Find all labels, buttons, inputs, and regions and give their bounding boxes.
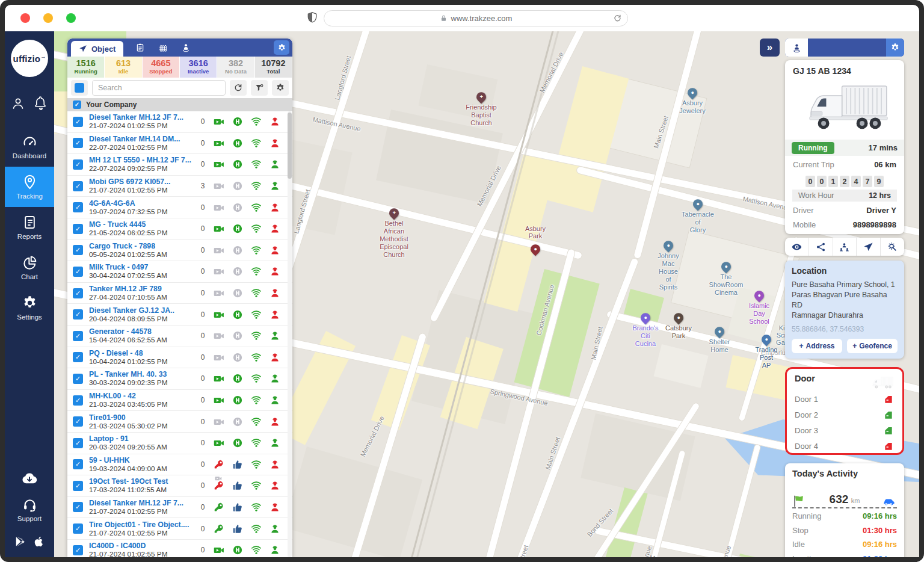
scrollbar-thumb[interactable] bbox=[288, 113, 292, 179]
vehicle-name-link[interactable]: Mobi GPS 6972 KI057... bbox=[89, 178, 196, 186]
status-count[interactable]: 4665 Stopped bbox=[143, 57, 180, 78]
vehicle-name-link[interactable]: 19Oct Test- 19Oct Test bbox=[89, 477, 196, 486]
tab-trips-clipboard-icon[interactable] bbox=[135, 43, 145, 52]
vehicle-row[interactable]: IC400D - IC400D 21-07-2024 01:02:55 PM 0 bbox=[67, 540, 292, 557]
tab-vehicle-detail[interactable] bbox=[785, 39, 808, 57]
vehicle-name-link[interactable]: Milk Truck - 0497 bbox=[89, 263, 196, 271]
vehicle-row[interactable]: Mobi GPS 6972 KI057... 21-07-2024 01:02:… bbox=[67, 176, 292, 197]
address-bar[interactable]: www.trakzee.com bbox=[324, 10, 628, 26]
list-settings-button[interactable] bbox=[272, 80, 289, 96]
vehicle-row[interactable]: PQ - Diesel - 48 10-04-2024 01:02:55 PM … bbox=[67, 347, 292, 369]
vehicle-name-link[interactable]: Diesel Tanker MH.12 JF 7... bbox=[89, 113, 196, 122]
tab-geofence-fence-icon[interactable] bbox=[158, 43, 168, 52]
minimize-window-button[interactable] bbox=[43, 13, 53, 23]
vehicle-name-link[interactable]: Tire01-900 bbox=[89, 413, 196, 422]
vehicle-name-link[interactable]: PL - Tanker MH. 40. 33 bbox=[89, 370, 196, 378]
status-count[interactable]: 3616 Inactive bbox=[180, 57, 217, 78]
vehicle-name-link[interactable]: Diesel Tanker GJ.12 JA.. bbox=[89, 306, 196, 315]
vehicle-checkbox[interactable] bbox=[73, 224, 83, 234]
share-button[interactable] bbox=[809, 238, 833, 256]
status-count[interactable]: 1516 Running bbox=[67, 57, 105, 78]
vehicle-checkbox[interactable] bbox=[73, 331, 83, 341]
vehicle-checkbox[interactable] bbox=[73, 438, 83, 448]
driver-assign-button[interactable] bbox=[833, 238, 857, 256]
apple-icon[interactable] bbox=[33, 536, 45, 548]
profile-icon[interactable] bbox=[11, 96, 25, 111]
vehicle-checkbox[interactable] bbox=[73, 374, 83, 384]
vehicle-name-link[interactable]: 4G-6A-4G-6A bbox=[89, 199, 196, 208]
close-window-button[interactable] bbox=[20, 13, 30, 23]
vehicle-name-link[interactable]: Diesel Tanker MH.14 DM... bbox=[89, 135, 196, 143]
vehicle-checkbox[interactable] bbox=[73, 395, 83, 406]
panel-settings-button[interactable] bbox=[274, 40, 289, 55]
maximize-window-button[interactable] bbox=[66, 13, 76, 23]
vehicle-row[interactable]: 19Oct Test- 19Oct Test 17-03-2024 11:02:… bbox=[67, 475, 292, 497]
vehicle-row[interactable]: 4G-6A-4G-6A 19-07-2024 07:32:55 PM 0 bbox=[67, 197, 292, 218]
vehicle-row[interactable]: MG - Truck 4445 21-05-2024 06:02:55 PM 0 bbox=[67, 218, 292, 240]
cloud-download-icon[interactable] bbox=[19, 470, 40, 487]
vehicle-row[interactable]: Diesel Tanker MH.14 DM... 22-07-2024 01:… bbox=[67, 133, 292, 155]
vehicle-checkbox[interactable] bbox=[73, 459, 83, 469]
vehicle-name-link[interactable]: Generator - 44578 bbox=[89, 327, 196, 336]
vehicle-checkbox[interactable] bbox=[73, 352, 83, 362]
vehicle-checkbox[interactable] bbox=[73, 309, 83, 320]
sidebar-item-chart[interactable]: Chart bbox=[5, 247, 54, 288]
vehicle-row[interactable]: Tire01-900 21-03-2024 05:30:02 PM 0 bbox=[67, 411, 292, 433]
company-group-header[interactable]: Your Company bbox=[67, 98, 292, 111]
sidebar-item-tracking[interactable]: Tracking bbox=[5, 167, 54, 207]
vehicle-checkbox[interactable] bbox=[73, 502, 83, 512]
vehicle-name-link[interactable]: Laptop - 91 bbox=[89, 434, 196, 443]
add-address-button[interactable]: +Address bbox=[792, 339, 842, 353]
detail-settings-button[interactable] bbox=[886, 39, 904, 57]
vehicle-row[interactable]: MH-KL00 - 42 21-03-2024 03:45:05 PM 0 bbox=[67, 390, 292, 412]
vehicle-checkbox[interactable] bbox=[73, 545, 83, 555]
tab-object[interactable]: Object bbox=[71, 41, 123, 57]
collapse-panel-button[interactable]: » bbox=[760, 39, 780, 57]
navigate-button[interactable] bbox=[857, 238, 881, 256]
vehicle-name-link[interactable]: Cargo Truck - 7898 bbox=[89, 242, 196, 250]
vehicle-checkbox[interactable] bbox=[73, 267, 83, 277]
vehicle-row[interactable]: MH 12 LT 5550 - MH.12 JF 7... 22-07-2024… bbox=[67, 154, 292, 176]
tab-driver-map-icon[interactable] bbox=[181, 43, 191, 52]
sidebar-item-dashboard[interactable]: Dashboard bbox=[5, 126, 54, 167]
vehicle-name-link[interactable]: Tanker MH.12 JF 789 bbox=[89, 285, 196, 293]
vehicle-row[interactable]: Cargo Truck - 7898 05-05-2024 01:02:55 A… bbox=[67, 240, 292, 262]
vehicle-row[interactable]: Diesel Tanker MH.12 JF 7... 21-07-2024 0… bbox=[67, 497, 292, 519]
vehicle-name-link[interactable]: 59 - UI-HHK bbox=[89, 456, 196, 465]
sidebar-item-reports[interactable]: Reports bbox=[5, 207, 54, 247]
sidebar-item-support[interactable]: Support bbox=[5, 487, 54, 530]
vehicle-row[interactable]: Milk Truck - 0497 30-04-2024 07:02:55 AM… bbox=[67, 261, 292, 283]
vehicle-name-link[interactable]: PQ - Diesel - 48 bbox=[89, 349, 196, 357]
vehicle-row[interactable]: Tanker MH.12 JF 789 27-04-2024 07:10:55 … bbox=[67, 283, 292, 304]
uffizio-logo[interactable]: uffizio bbox=[11, 40, 48, 77]
vehicle-checkbox[interactable] bbox=[73, 245, 83, 255]
inspect-button[interactable] bbox=[881, 238, 904, 256]
vehicle-checkbox[interactable] bbox=[73, 523, 83, 534]
company-checkbox[interactable] bbox=[73, 100, 81, 109]
filter-button[interactable] bbox=[251, 80, 268, 96]
vehicle-row[interactable]: PL - Tanker MH. 40. 33 30-03-2024 09:02:… bbox=[67, 368, 292, 390]
vehicle-row[interactable]: Diesel Tanker GJ.12 JA.. 20-04-2024 08:0… bbox=[67, 304, 292, 326]
view-button[interactable] bbox=[785, 238, 809, 256]
vehicle-row[interactable]: 59 - UI-HHK 19-03-2024 04:09:00 AM 0 bbox=[67, 454, 292, 476]
shield-icon[interactable] bbox=[306, 11, 318, 25]
status-count[interactable]: 613 Idle bbox=[105, 57, 142, 78]
google-play-icon[interactable] bbox=[14, 536, 26, 548]
vehicle-name-link[interactable]: IC400D - IC400D bbox=[89, 542, 196, 550]
sidebar-item-settings[interactable]: Settings bbox=[5, 288, 54, 328]
vehicle-checkbox[interactable] bbox=[73, 416, 83, 427]
search-input[interactable] bbox=[92, 80, 226, 96]
status-count[interactable]: 10792 Total bbox=[255, 57, 292, 78]
vehicle-name-link[interactable]: MG - Truck 4445 bbox=[89, 220, 196, 229]
vehicle-name-link[interactable]: MH 12 LT 5550 - MH.12 JF 7... bbox=[89, 156, 196, 164]
vehicle-checkbox[interactable] bbox=[73, 117, 83, 127]
reload-icon[interactable] bbox=[613, 14, 622, 23]
vehicle-row[interactable]: Diesel Tanker MH.12 JF 7... 21-07-2024 0… bbox=[67, 111, 292, 133]
list-scrollbar[interactable] bbox=[288, 111, 292, 557]
select-all-checkbox[interactable] bbox=[71, 80, 88, 96]
vehicle-checkbox[interactable] bbox=[73, 481, 83, 491]
vehicle-row[interactable]: Generator - 44578 15-04-2024 06:52:55 AM… bbox=[67, 326, 292, 347]
add-geofence-button[interactable]: +Geofence bbox=[847, 339, 898, 353]
vehicle-checkbox[interactable] bbox=[73, 138, 83, 148]
status-count[interactable]: 382 No Data bbox=[217, 57, 254, 78]
